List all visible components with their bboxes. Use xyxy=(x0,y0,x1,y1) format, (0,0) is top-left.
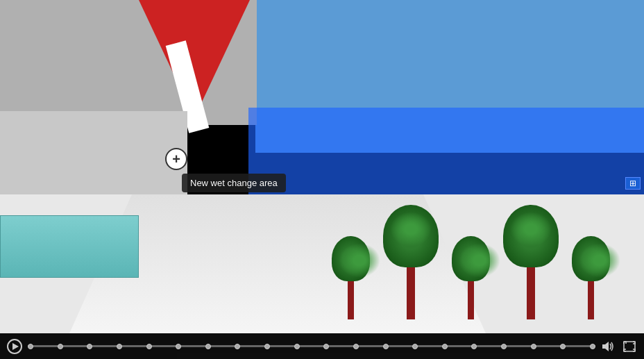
timeline-dot[interactable] xyxy=(501,344,507,349)
tree-canopy-5 xyxy=(572,236,610,281)
timeline-dot[interactable] xyxy=(294,344,300,349)
timeline-dot[interactable] xyxy=(205,344,211,349)
timeline-segment xyxy=(329,346,353,347)
tree-4 xyxy=(503,205,559,319)
timeline-dot[interactable] xyxy=(531,344,536,349)
timeline-dot[interactable] xyxy=(264,344,270,349)
tree-canopy-1 xyxy=(332,236,370,281)
timeline-dot[interactable] xyxy=(87,344,92,349)
tree-trunk-5 xyxy=(588,278,594,319)
timeline-dot[interactable] xyxy=(353,344,359,349)
3d-scene: + New wet change area xyxy=(0,0,644,333)
fullscreen-button[interactable] xyxy=(622,340,637,353)
volume-icon xyxy=(602,342,615,351)
tree-2 xyxy=(383,205,439,319)
timeline-segment xyxy=(300,346,324,347)
timeline-segment xyxy=(477,346,501,347)
timeline[interactable] xyxy=(28,345,595,347)
timeline-segment xyxy=(181,346,205,347)
timeline-dot[interactable] xyxy=(323,344,329,349)
tree-trunk-3 xyxy=(468,278,474,319)
timeline-dot[interactable] xyxy=(117,344,122,349)
volume-button[interactable] xyxy=(601,340,616,353)
controls-bar xyxy=(0,333,644,359)
tree-trunk-4 xyxy=(527,264,535,319)
tree-trunk-1 xyxy=(348,278,354,319)
timeline-segment xyxy=(92,346,117,347)
tree-canopy-2 xyxy=(383,205,439,267)
tree-canopy-3 xyxy=(452,236,490,281)
timeline-segment xyxy=(211,346,235,347)
timeline-dot[interactable] xyxy=(28,344,33,349)
timeline-segment xyxy=(566,346,590,347)
timeline-dot[interactable] xyxy=(412,344,418,349)
play-icon xyxy=(12,343,19,350)
fullscreen-icon xyxy=(623,341,636,352)
timeline-markers xyxy=(28,345,595,347)
timeline-segment xyxy=(270,346,294,347)
timeline-segment xyxy=(122,346,146,347)
viewport: + New wet change area xyxy=(0,0,644,359)
timeline-segment xyxy=(507,346,531,347)
timeline-segment xyxy=(389,346,413,347)
timeline-dot[interactable] xyxy=(58,344,63,349)
tree-1 xyxy=(332,236,370,319)
tree-5 xyxy=(572,236,610,319)
pool xyxy=(0,215,139,278)
tree-canopy-4 xyxy=(503,205,559,267)
add-wet-change-area-button[interactable]: + xyxy=(165,148,187,170)
timeline-segment xyxy=(152,346,176,347)
trees-container xyxy=(325,139,616,319)
timeline-dot[interactable] xyxy=(235,344,240,349)
timeline-segment xyxy=(359,346,383,347)
timeline-dot[interactable] xyxy=(590,344,595,349)
timeline-segment xyxy=(448,346,472,347)
timeline-dot[interactable] xyxy=(383,344,389,349)
timeline-dot[interactable] xyxy=(176,344,181,349)
timeline-segment xyxy=(536,346,561,347)
svg-marker-0 xyxy=(602,342,609,351)
timeline-segment xyxy=(240,346,264,347)
timeline-segment xyxy=(33,346,58,347)
tree-3 xyxy=(452,236,490,319)
play-button[interactable] xyxy=(7,339,22,354)
timeline-dot[interactable] xyxy=(471,344,477,349)
timeline-segment xyxy=(418,346,442,347)
timeline-dot[interactable] xyxy=(146,344,152,349)
timeline-dot[interactable] xyxy=(442,344,448,349)
timeline-segment xyxy=(63,346,87,347)
corner-view-icon[interactable] xyxy=(625,177,641,190)
tree-trunk-2 xyxy=(407,264,415,319)
timeline-dot[interactable] xyxy=(560,344,566,349)
